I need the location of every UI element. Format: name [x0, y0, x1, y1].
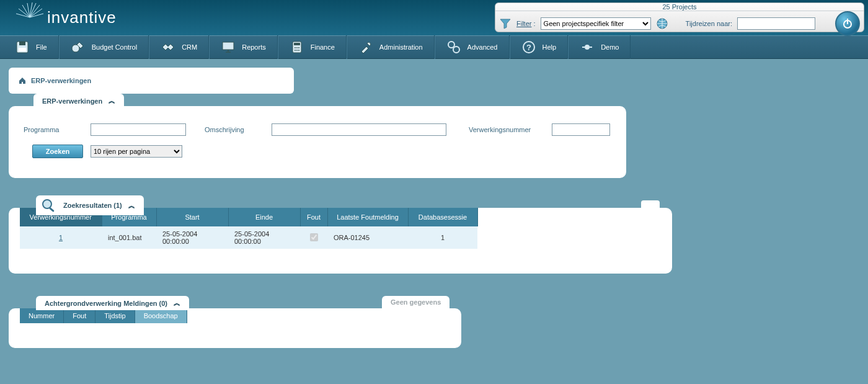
- svg-rect-2: [847, 19, 848, 24]
- collapse-icon[interactable]: ︽: [128, 201, 135, 210]
- svg-text:?: ?: [526, 43, 531, 52]
- power-button[interactable]: [835, 11, 860, 36]
- cell-start: 25-05-2004 00:00:00: [156, 226, 228, 249]
- col-foutmelding[interactable]: Laatste Foutmelding: [327, 208, 408, 226]
- messages-header-row: Nummer Fout Tijdstip Boodschap: [20, 308, 187, 323]
- col-start[interactable]: Start: [156, 208, 228, 226]
- svg-point-10: [294, 47, 296, 48]
- cell-foutmelding: ORA-01245: [327, 226, 408, 249]
- time-travel-label: Tijdreizen naar:: [686, 20, 732, 27]
- no-data-tab: Geen gegevens: [382, 296, 450, 308]
- menu-label: Advanced: [467, 43, 498, 51]
- col-databasesessie[interactable]: Databasesessie: [408, 208, 477, 226]
- help-icon: ?: [521, 40, 536, 55]
- messages-panel-tab: Achtergrondverwerking Meldingen (0) ︽: [36, 296, 189, 310]
- handshake-icon: [161, 40, 175, 55]
- header: invantive 25 Projects Filter : Geen proj…: [0, 0, 868, 35]
- svg-point-15: [298, 50, 299, 51]
- menu-label: Budget Control: [92, 43, 137, 51]
- results-panel-tab: Zoekresultaten (1) ︽: [36, 195, 144, 215]
- svg-point-16: [448, 42, 454, 48]
- col-fout[interactable]: Fout: [64, 308, 95, 323]
- zoeken-button[interactable]: Zoeken: [32, 145, 83, 158]
- globe-icon: [656, 17, 668, 30]
- menu-label: Finance: [311, 43, 335, 51]
- col-nummer[interactable]: Nummer: [20, 308, 64, 323]
- omschrijving-input[interactable]: [272, 123, 446, 136]
- rows-per-page-select[interactable]: 10 rijen per pagina: [91, 145, 182, 158]
- home-icon[interactable]: [19, 77, 26, 84]
- svg-point-13: [294, 50, 296, 51]
- tools-icon: [358, 40, 373, 55]
- menu-help[interactable]: ? Help: [510, 35, 569, 59]
- menu-label: Help: [542, 43, 557, 51]
- menu-reports[interactable]: Reports: [209, 35, 278, 59]
- programma-input[interactable]: [91, 123, 186, 136]
- presentation-icon: [221, 40, 236, 55]
- verwerkingsnummer-input[interactable]: [552, 123, 610, 136]
- table-row[interactable]: 1 int_001.bat 25-05-2004 00:00:00 25-05-…: [20, 226, 477, 249]
- search-actions-row: Zoeken 10 rijen per pagina: [24, 145, 611, 158]
- top-toolbar-controls: Filter : Geen projectspecifiek filter Ti…: [495, 11, 864, 36]
- logo: invantive: [19, 5, 117, 31]
- projects-count: 25 Projects: [495, 3, 864, 11]
- menu-budget-control[interactable]: Budget Control: [59, 35, 149, 59]
- svg-point-21: [43, 200, 51, 208]
- filter-label: Filter :: [516, 20, 536, 27]
- svg-rect-9: [294, 43, 300, 45]
- menubar: File Budget Control CRM Reports Finance …: [0, 35, 868, 59]
- cell-verwerkingsnummer[interactable]: 1: [20, 226, 102, 249]
- menu-administration[interactable]: Administration: [347, 35, 435, 59]
- cell-databasesessie: 1: [408, 226, 477, 249]
- search-panel-title: ERP-verwerkingen: [42, 97, 102, 105]
- menu-file[interactable]: File: [4, 35, 59, 59]
- menu-label: CRM: [182, 43, 197, 51]
- svg-rect-22: [49, 207, 55, 212]
- filter-select[interactable]: Geen projectspecifiek filter: [541, 17, 651, 30]
- collapse-icon[interactable]: ︽: [174, 298, 180, 308]
- cell-fout: [300, 226, 327, 249]
- search-panel-tab: ERP-verwerkingen ︽: [33, 94, 124, 108]
- messages-panel: Achtergrondverwerking Meldingen (0) ︽ Ge…: [9, 308, 461, 348]
- menu-label: Demo: [601, 43, 619, 51]
- svg-point-20: [585, 45, 590, 50]
- menu-label: Reports: [242, 43, 266, 51]
- menu-advanced[interactable]: Advanced: [435, 35, 510, 59]
- svg-rect-5: [19, 48, 26, 51]
- fout-checkbox: [310, 233, 318, 241]
- breadcrumb-title: ERP-verwerkingen: [31, 77, 91, 84]
- cell-programma: int_001.bat: [102, 226, 156, 249]
- programma-label: Programma: [24, 126, 79, 133]
- col-boodschap[interactable]: Boodschap: [135, 308, 187, 323]
- breadcrumb: ERP-verwerkingen: [9, 68, 294, 94]
- svg-point-11: [296, 47, 298, 48]
- messages-panel-title: Achtergrondverwerking Meldingen (0): [45, 300, 167, 307]
- col-einde[interactable]: Einde: [228, 208, 300, 226]
- results-panel: Zoekresultaten (1) ︽ Verwerkingsnummer P…: [9, 208, 672, 274]
- search-icon: [40, 198, 57, 213]
- panel-notch: [641, 200, 660, 208]
- logo-text: invantive: [47, 8, 117, 27]
- col-tijdstip[interactable]: Tijdstip: [95, 308, 135, 323]
- svg-rect-7: [223, 42, 234, 50]
- filter-icon: [499, 17, 512, 30]
- results-panel-title: Zoekresultaten (1): [63, 202, 122, 209]
- cell-einde: 25-05-2004 00:00:00: [228, 226, 300, 249]
- menu-label: File: [36, 43, 47, 51]
- budget-icon: [71, 40, 86, 55]
- menu-demo[interactable]: Demo: [568, 35, 631, 59]
- svg-point-17: [453, 47, 459, 53]
- menu-finance[interactable]: Finance: [278, 35, 347, 59]
- svg-point-14: [296, 50, 298, 51]
- col-fout[interactable]: Fout: [300, 208, 327, 226]
- collapse-icon[interactable]: ︽: [108, 96, 115, 105]
- logo-icon: [19, 5, 45, 31]
- save-icon: [15, 40, 30, 55]
- search-panel: ERP-verwerkingen ︽ Programma Omschrijvin…: [9, 106, 626, 178]
- verwerkingsnummer-link[interactable]: 1: [59, 234, 63, 241]
- menu-label: Administration: [379, 43, 423, 51]
- menu-crm[interactable]: CRM: [149, 35, 209, 59]
- gears-icon: [446, 40, 461, 55]
- time-travel-input[interactable]: [737, 17, 815, 30]
- svg-point-12: [298, 47, 299, 48]
